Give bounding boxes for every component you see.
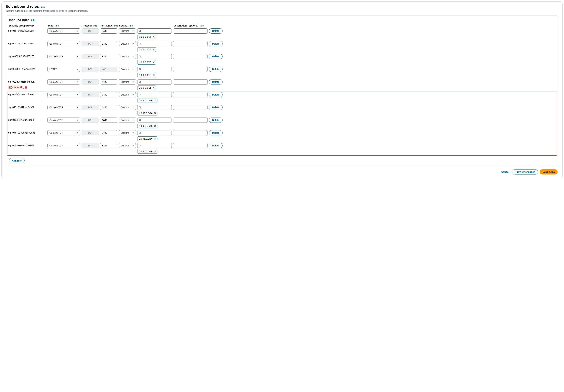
rules-grid: Security group rule ID Type Info Protoco…	[8, 24, 556, 156]
source-value: Custom	[121, 81, 129, 83]
protocol-field: TCP	[82, 28, 99, 34]
description-input[interactable]	[173, 92, 207, 97]
delete-button[interactable]: Delete	[209, 28, 223, 34]
delete-button[interactable]: Delete	[209, 54, 223, 59]
preview-changes-button[interactable]: Preview changes	[512, 169, 538, 174]
chip-remove-icon[interactable]: ✕	[154, 99, 156, 102]
delete-button[interactable]: Delete	[209, 118, 223, 123]
type-select[interactable]: Custom TCP▼	[47, 105, 80, 110]
source-select[interactable]: Custom▼	[119, 54, 136, 59]
description-input[interactable]	[173, 67, 207, 72]
delete-button[interactable]: Delete	[209, 41, 223, 46]
source-select[interactable]: Custom▼	[119, 105, 136, 110]
rule-id: sgr-0f0566a939e485c05	[8, 54, 46, 58]
port-input[interactable]	[100, 28, 117, 34]
chip-remove-icon[interactable]: ✕	[153, 35, 155, 38]
delete-button[interactable]: Delete	[209, 67, 223, 72]
description-input[interactable]	[173, 118, 207, 123]
type-select[interactable]: Custom TCP▼	[47, 143, 80, 148]
chevron-down-icon: ▼	[132, 94, 134, 96]
delete-button[interactable]: Delete	[209, 105, 223, 110]
page-info-link[interactable]: Info	[41, 6, 45, 8]
type-info-link[interactable]: Info	[55, 25, 59, 27]
description-input[interactable]	[173, 105, 207, 110]
port-input[interactable]	[100, 118, 117, 123]
source-select[interactable]: Custom▼	[119, 67, 136, 72]
chevron-down-icon: ▼	[76, 68, 78, 70]
chip-remove-icon[interactable]: ✕	[153, 86, 155, 89]
delete-button[interactable]: Delete	[209, 79, 223, 84]
source-value: Custom	[121, 93, 129, 96]
source-search-input[interactable]	[137, 54, 172, 59]
rule-id: sgr-021aa4e5f1b44b80a	[8, 79, 46, 83]
chip-remove-icon[interactable]: ✕	[153, 73, 155, 77]
type-select[interactable]: Custom TCP▼	[47, 118, 80, 123]
source-search-input[interactable]	[137, 41, 172, 46]
type-select[interactable]: Custom TCP▼	[47, 41, 80, 46]
description-input[interactable]	[173, 130, 207, 135]
type-select[interactable]: Custom TCP▼	[47, 28, 80, 34]
source-search-input[interactable]	[137, 79, 172, 84]
search-icon	[139, 42, 141, 45]
type-select[interactable]: HTTPS▼	[47, 67, 80, 72]
source-search-input[interactable]	[137, 92, 172, 97]
source-select[interactable]: Custom▼	[119, 130, 136, 135]
source-select[interactable]: Custom▼	[119, 79, 136, 84]
example-annotation: EXAMPLE	[8, 85, 27, 90]
search-icon	[139, 81, 141, 83]
chip-remove-icon[interactable]: ✕	[153, 61, 155, 64]
source-select[interactable]: Custom▼	[119, 41, 136, 46]
port-input[interactable]	[100, 79, 117, 84]
type-select[interactable]: Custom TCP▼	[47, 92, 80, 97]
description-input[interactable]	[173, 79, 207, 84]
port-input[interactable]	[100, 105, 117, 110]
rule-id: sgr-05e33d1c3ab2ed52c	[8, 67, 46, 70]
type-select[interactable]: Custom TCP▼	[47, 79, 80, 84]
chip-remove-icon[interactable]: ✕	[154, 125, 156, 127]
add-rule-button[interactable]: Add rule	[9, 158, 25, 163]
port-input[interactable]	[100, 143, 117, 148]
svg-line-15	[140, 121, 141, 121]
source-select[interactable]: Custom▼	[119, 92, 136, 97]
port-input[interactable]	[100, 92, 117, 97]
source-search-input[interactable]	[137, 143, 172, 148]
description-input[interactable]	[173, 54, 207, 59]
source-search-input[interactable]	[137, 67, 172, 72]
description-input[interactable]	[173, 28, 207, 34]
description-input[interactable]	[173, 143, 207, 148]
panel-info-link[interactable]: Info	[31, 19, 35, 22]
chip-remove-icon[interactable]: ✕	[154, 137, 156, 140]
description-input[interactable]	[173, 41, 207, 46]
protocol-info-link[interactable]: Info	[93, 25, 97, 27]
col-header-source-search	[137, 24, 172, 26]
chip-remove-icon[interactable]: ✕	[154, 112, 156, 115]
save-rules-button[interactable]: Save rules	[540, 169, 558, 174]
source-search-input[interactable]	[137, 118, 172, 123]
chip-remove-icon[interactable]: ✕	[153, 48, 155, 51]
chip-remove-icon[interactable]: ✕	[154, 150, 156, 153]
cancel-button[interactable]: Cancel	[499, 169, 511, 174]
delete-button[interactable]: Delete	[209, 92, 223, 97]
port-input[interactable]	[100, 130, 117, 135]
type-value: Custom TCP	[49, 30, 63, 32]
delete-button[interactable]: Delete	[209, 130, 223, 135]
source-search-input[interactable]	[137, 105, 172, 110]
source-chip-row: 10.0.0.0/16✕	[137, 85, 172, 90]
type-select[interactable]: Custom TCP▼	[47, 54, 80, 59]
source-select[interactable]: Custom▼	[119, 118, 136, 123]
source-select[interactable]: Custom▼	[119, 28, 136, 34]
svg-line-9	[140, 83, 141, 83]
protocol-field: TCP	[82, 92, 99, 97]
search-icon	[139, 68, 141, 70]
delete-button[interactable]: Delete	[209, 143, 223, 148]
description-info-link[interactable]: Info	[200, 25, 204, 27]
source-search-input[interactable]	[137, 130, 172, 135]
source-info-link[interactable]: Info	[129, 25, 133, 27]
port-input[interactable]	[100, 41, 117, 46]
port-input[interactable]	[100, 54, 117, 59]
port-info-link[interactable]: Info	[114, 25, 118, 27]
svg-point-0	[139, 30, 141, 32]
type-select[interactable]: Custom TCP▼	[47, 130, 80, 135]
source-select[interactable]: Custom▼	[119, 143, 136, 148]
source-search-input[interactable]	[137, 28, 172, 34]
